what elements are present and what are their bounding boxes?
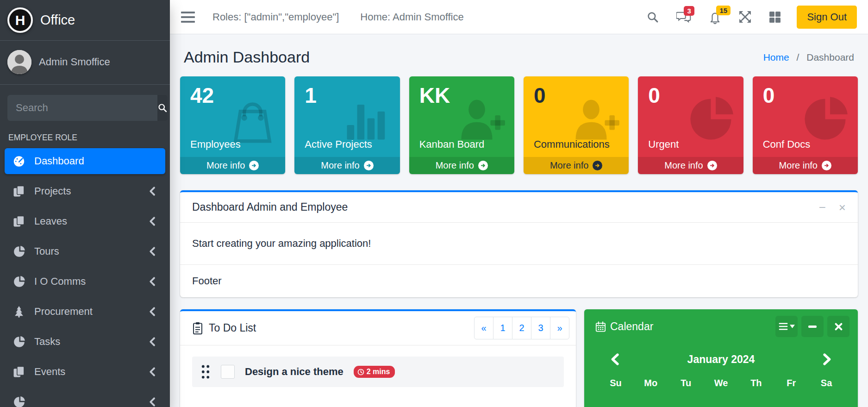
sidebar-item-io-comms[interactable]: I O Comms bbox=[5, 269, 165, 294]
drag-handle-icon[interactable] bbox=[200, 363, 211, 380]
todo-item-text: Design a nice theme bbox=[245, 366, 343, 378]
top-navbar: Roles: ["admin","employee"] Home: Admin … bbox=[170, 0, 868, 34]
navbar-notifications-button[interactable]: 15 bbox=[709, 10, 721, 24]
info-box-value: 0 bbox=[648, 84, 733, 107]
calendar-collapse-button[interactable] bbox=[801, 316, 824, 337]
pagination-page-2[interactable]: 2 bbox=[512, 317, 531, 339]
dashboard-card-footer: Footer bbox=[180, 264, 858, 297]
info-box-label: Communications bbox=[534, 138, 618, 150]
sidebar-menu: Dashboard Projects Leaves bbox=[0, 148, 170, 407]
tree-icon bbox=[12, 306, 26, 318]
todo-card-title: To Do List bbox=[192, 322, 256, 335]
arrow-circle-right-icon bbox=[593, 161, 602, 170]
todo-pagination: « 1 2 3 » bbox=[474, 317, 569, 339]
breadcrumb-home-link[interactable]: Home bbox=[763, 52, 789, 63]
close-icon[interactable]: × bbox=[839, 201, 846, 213]
expand-arrows-icon bbox=[739, 11, 751, 23]
sidebar-item-label: Tours bbox=[34, 245, 59, 257]
info-box-employees: 42 Employees More info bbox=[180, 76, 285, 174]
breadcrumb: Home / Dashboard bbox=[763, 52, 854, 63]
calendar-prev-button[interactable] bbox=[610, 353, 619, 366]
chart-pie-icon bbox=[12, 276, 26, 288]
calendar-title-text: Calendar bbox=[610, 320, 653, 333]
navbar-home-link[interactable]: Home: Admin Smoffice bbox=[360, 11, 463, 23]
sidebar-item-tasks[interactable]: Tasks bbox=[5, 329, 165, 355]
chart-pie-icon bbox=[12, 396, 26, 407]
sidebar-item-events[interactable]: Events bbox=[5, 359, 165, 385]
chevron-left-icon bbox=[148, 367, 156, 377]
hamburger-icon bbox=[181, 11, 195, 23]
page-title: Admin Dashboard bbox=[184, 48, 310, 66]
pagination-page-3[interactable]: 3 bbox=[531, 317, 550, 339]
user-panel: Admin Smoffice bbox=[0, 41, 170, 85]
more-info-link[interactable]: More info bbox=[638, 157, 743, 174]
more-info-link[interactable]: More info bbox=[409, 157, 514, 174]
weekday-label: Su bbox=[598, 378, 633, 388]
calendar-menu-button[interactable] bbox=[775, 316, 798, 337]
search-icon bbox=[157, 103, 168, 113]
todo-card: To Do List « 1 2 3 » bbox=[180, 309, 576, 407]
info-box-conf-docs: 0 Conf Docs More info bbox=[753, 76, 858, 174]
todo-time-badge: 2 mins bbox=[354, 366, 395, 378]
sidebar-item-leaves[interactable]: Leaves bbox=[5, 208, 165, 234]
more-info-link[interactable]: More info bbox=[524, 157, 629, 174]
arrow-circle-right-icon bbox=[249, 161, 259, 170]
sidebar-item-label: Projects bbox=[34, 185, 71, 197]
calendar-icon bbox=[595, 321, 606, 332]
info-box-kanban: KK Kanban Board More info bbox=[409, 76, 514, 174]
pagination-prev[interactable]: « bbox=[474, 317, 493, 339]
navbar-fullscreen-button[interactable] bbox=[739, 11, 751, 23]
sidebar-item-label: Leaves bbox=[34, 215, 67, 227]
sidebar-item-label: Procurement bbox=[34, 306, 93, 318]
arrow-circle-right-icon bbox=[707, 161, 717, 170]
info-box-label: Urgent bbox=[648, 138, 733, 150]
sidebar-item-partial[interactable] bbox=[5, 389, 165, 407]
pagination-page-1[interactable]: 1 bbox=[493, 317, 512, 339]
sidebar-item-procurement[interactable]: Procurement bbox=[5, 299, 165, 325]
copy-icon bbox=[12, 185, 26, 197]
navbar-grid-button[interactable] bbox=[769, 11, 781, 23]
todo-card-title-text: To Do List bbox=[209, 322, 256, 334]
weekday-label: Th bbox=[738, 378, 774, 388]
arrow-circle-right-icon bbox=[822, 161, 831, 170]
todo-checkbox[interactable] bbox=[221, 365, 235, 379]
calendar-next-button[interactable] bbox=[823, 353, 832, 366]
chevron-left-icon bbox=[148, 216, 156, 226]
copy-icon bbox=[12, 366, 26, 378]
more-info-link[interactable]: More info bbox=[753, 157, 858, 174]
navbar-messages-button[interactable]: 3 bbox=[676, 11, 691, 24]
more-info-link[interactable]: More info bbox=[180, 157, 285, 174]
sidebar-item-label: Tasks bbox=[34, 336, 60, 348]
close-icon bbox=[835, 323, 843, 331]
user-name[interactable]: Admin Smoffice bbox=[39, 56, 110, 68]
more-info-link[interactable]: More info bbox=[294, 157, 400, 174]
more-info-label: More info bbox=[436, 160, 474, 171]
todo-badge-text: 2 mins bbox=[367, 368, 390, 376]
dashboard-card-title: Dashboard Admin and Employee bbox=[192, 201, 348, 213]
sidebar-search-button[interactable] bbox=[157, 95, 168, 121]
sidebar-item-tours[interactable]: Tours bbox=[5, 238, 165, 264]
pagination-next[interactable]: » bbox=[550, 317, 569, 339]
sidebar-item-projects[interactable]: Projects bbox=[5, 178, 165, 204]
sidebar-toggle-button[interactable] bbox=[181, 11, 195, 23]
collapse-icon[interactable]: − bbox=[819, 201, 826, 213]
info-box-value: 42 bbox=[190, 84, 275, 107]
weekday-label: Sa bbox=[809, 378, 844, 388]
calendar-close-button[interactable] bbox=[827, 316, 849, 337]
navbar-roles-link[interactable]: Roles: ["admin","employee"] bbox=[212, 11, 339, 23]
sidebar-section-header: EMPLOYEE ROLE bbox=[0, 121, 170, 148]
weekday-label: Mo bbox=[633, 378, 668, 388]
navbar-search-button[interactable] bbox=[647, 11, 659, 23]
chevron-left-icon bbox=[148, 246, 156, 257]
sidebar-search bbox=[7, 95, 162, 121]
minus-icon bbox=[808, 326, 817, 328]
sidebar-search-input[interactable] bbox=[7, 95, 157, 121]
info-box-label: Employees bbox=[190, 138, 275, 150]
user-avatar[interactable] bbox=[7, 50, 31, 74]
brand[interactable]: H Office bbox=[0, 0, 170, 41]
chevron-right-icon bbox=[823, 353, 832, 366]
sidebar-item-dashboard[interactable]: Dashboard bbox=[5, 148, 165, 174]
sign-out-button[interactable]: Sign Out bbox=[797, 6, 857, 29]
info-box-value: 0 bbox=[534, 84, 618, 107]
chart-pie-icon bbox=[12, 245, 26, 258]
